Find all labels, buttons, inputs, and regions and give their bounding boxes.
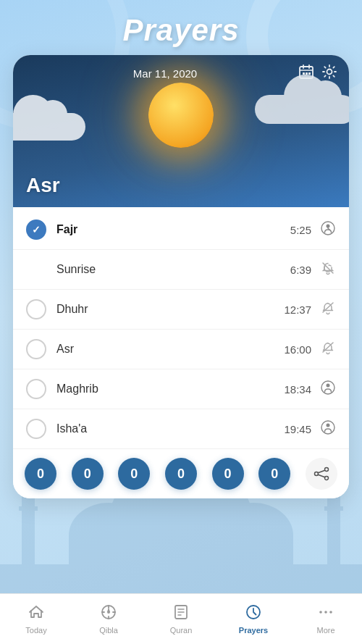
prayer-row-dhuhr[interactable]: Dhuhr 12:37 <box>13 290 349 330</box>
more-label: More <box>316 626 334 635</box>
page-title: Prayers <box>0 0 362 55</box>
fajr-notif-icon[interactable] <box>320 220 336 240</box>
dhuhr-name: Dhuhr <box>56 303 284 316</box>
qibla-icon <box>100 603 117 624</box>
maghrib-notif-icon[interactable] <box>320 380 336 399</box>
ishaa-notif-icon[interactable] <box>320 419 336 439</box>
prayer-row-asr[interactable]: Asr 16:00 <box>13 330 349 369</box>
tasbih-btn-5[interactable]: 0 <box>212 458 244 490</box>
cloud-left <box>13 113 85 141</box>
asr-check[interactable] <box>26 339 46 359</box>
tasbih-btn-3[interactable]: 0 <box>118 458 150 490</box>
card-header: Mar 11, 2020 <box>13 55 349 207</box>
tasbih-btn-6[interactable]: 0 <box>258 458 290 490</box>
dhuhr-notif-icon[interactable] <box>320 300 336 319</box>
svg-point-50 <box>329 611 332 614</box>
tasbih-row: 0 0 0 0 0 0 <box>13 448 349 498</box>
sun <box>148 83 214 148</box>
tasbih-btn-1[interactable]: 0 <box>25 458 56 490</box>
svg-rect-9 <box>109 521 253 593</box>
svg-line-35 <box>318 474 325 477</box>
svg-line-34 <box>318 470 325 473</box>
prayer-row-ishaa[interactable]: Isha'a 19:45 <box>13 409 349 448</box>
prayers-label: Prayers <box>239 626 268 635</box>
asr-notif-icon[interactable] <box>320 340 336 359</box>
ishaa-check[interactable] <box>26 419 46 439</box>
maghrib-check[interactable] <box>26 379 46 399</box>
sunrise-check <box>26 259 46 280</box>
svg-point-49 <box>324 611 327 614</box>
asr-time: 16:00 <box>284 343 311 356</box>
nav-more[interactable]: More <box>290 598 362 640</box>
svg-marker-42 <box>107 607 110 612</box>
svg-point-28 <box>321 381 334 394</box>
header-date: Mar 11, 2020 <box>32 67 298 80</box>
prayer-list: Fajr 5:25 Sunrise 6:39 <box>13 207 349 448</box>
qibla-label: Qibla <box>99 626 118 635</box>
today-icon <box>28 603 45 624</box>
tasbih-btn-4[interactable]: 0 <box>165 458 197 490</box>
nav-qibla[interactable]: Qibla <box>72 598 145 640</box>
cloud-right <box>255 95 349 124</box>
sunrise-notif-icon[interactable] <box>320 260 336 280</box>
main-card: Mar 11, 2020 <box>13 55 349 498</box>
prayers-icon <box>245 603 262 624</box>
svg-point-27 <box>327 383 330 387</box>
svg-point-29 <box>327 423 330 427</box>
quran-label: Quran <box>170 626 193 635</box>
svg-rect-7 <box>324 506 343 511</box>
tasbih-btn-2[interactable]: 0 <box>72 458 104 490</box>
prayer-row-sunrise[interactable]: Sunrise 6:39 <box>13 250 349 290</box>
svg-rect-3 <box>19 506 38 511</box>
maghrib-time: 18:34 <box>284 383 311 396</box>
bottom-nav: Today Qibla Quran <box>0 593 362 644</box>
quran-icon <box>172 603 190 624</box>
today-label: Today <box>25 626 46 635</box>
sunrise-name: Sunrise <box>56 263 290 276</box>
dhuhr-time: 12:37 <box>284 304 311 316</box>
share-button[interactable] <box>306 458 337 490</box>
svg-rect-13 <box>214 535 293 593</box>
maghrib-name: Maghrib <box>56 382 284 396</box>
nav-quran[interactable]: Quran <box>145 598 217 640</box>
nav-prayers[interactable]: Prayers <box>217 598 290 640</box>
prayer-row-maghrib[interactable]: Maghrib 18:34 <box>13 369 349 409</box>
more-icon <box>317 603 334 624</box>
svg-point-12 <box>214 503 293 568</box>
asr-name: Asr <box>56 343 284 356</box>
dhuhr-check[interactable] <box>26 299 46 319</box>
svg-rect-11 <box>69 535 148 593</box>
current-prayer-label: Asr <box>26 174 60 197</box>
svg-point-48 <box>319 611 322 614</box>
ishaa-name: Isha'a <box>56 422 284 435</box>
prayer-row-fajr[interactable]: Fajr 5:25 <box>13 210 349 250</box>
svg-point-30 <box>321 421 334 434</box>
fajr-name: Fajr <box>56 223 290 236</box>
svg-point-22 <box>327 70 332 75</box>
svg-point-10 <box>69 503 148 568</box>
ishaa-time: 19:45 <box>284 423 311 435</box>
fajr-check[interactable] <box>26 219 46 240</box>
nav-today[interactable]: Today <box>0 598 72 640</box>
sunrise-time: 6:39 <box>290 264 311 276</box>
fajr-time: 5:25 <box>290 224 311 236</box>
svg-rect-14 <box>0 564 362 593</box>
svg-point-24 <box>327 224 330 227</box>
